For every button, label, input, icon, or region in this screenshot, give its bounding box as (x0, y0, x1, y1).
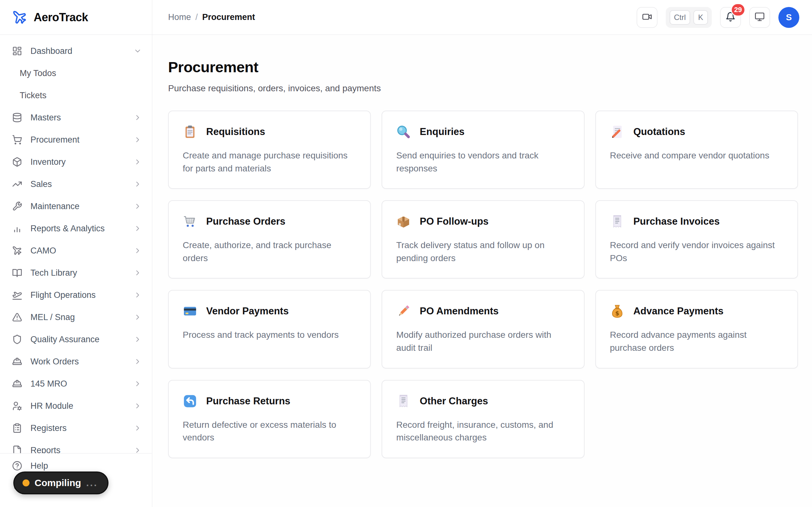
card-description: Send enquiries to vendors and track resp… (396, 149, 570, 175)
hard-hat-icon (12, 379, 22, 389)
alert-triangle-icon (12, 312, 22, 322)
trending-up-icon (12, 179, 22, 189)
shopping-cart-icon (12, 135, 22, 145)
card-description: Track delivery status and follow up on p… (396, 239, 570, 265)
card-requisitions[interactable]: Requisitions Create and manage purchase … (168, 111, 371, 189)
card-title: Quotations (633, 126, 686, 137)
card-other-charges[interactable]: Other Charges Record freight, insurance,… (382, 380, 584, 458)
shield-icon (12, 334, 22, 344)
card-description: Modify authorized purchase orders with a… (396, 329, 570, 354)
compiling-toast: Compiling ... (13, 471, 108, 494)
card-purchase-invoices[interactable]: Purchase Invoices Record and verify vend… (595, 200, 798, 279)
main-area: Home / Procurement Ctrl K 29 (152, 0, 812, 507)
card-purchase-orders[interactable]: Purchase Orders Create, authorize, and t… (168, 200, 371, 279)
card-title: Purchase Invoices (633, 216, 720, 227)
plane-takeoff-icon (12, 290, 22, 300)
card-description: Record and verify vendor invoices agains… (610, 239, 783, 265)
sidebar-item-flight-operations[interactable]: Flight Operations (0, 284, 152, 306)
card-po-follow-ups[interactable]: PO Follow-ups Track delivery status and … (382, 200, 584, 279)
chevron-right-icon (134, 158, 142, 166)
breadcrumb-home-link[interactable]: Home (168, 12, 191, 22)
database-icon (12, 112, 22, 123)
svg-text:$: $ (615, 310, 619, 317)
chevron-right-icon (134, 135, 142, 144)
card-title: Advance Payments (633, 305, 723, 317)
sidebar-item-tech-library[interactable]: Tech Library (0, 262, 152, 284)
chevron-right-icon (134, 291, 142, 299)
card-title: PO Follow-ups (420, 216, 489, 227)
card-vendor-payments[interactable]: Vendor Payments Process and track paymen… (168, 290, 371, 368)
chevron-right-icon (134, 180, 142, 188)
chevron-right-icon (134, 269, 142, 277)
sidebar-item-145-mro[interactable]: 145 MRO (0, 373, 152, 395)
sidebar-item-quality-assurance[interactable]: Quality Assurance (0, 328, 152, 350)
credit-card-icon (183, 304, 197, 319)
sidebar-item-hr-module[interactable]: HR Module (0, 395, 152, 417)
card-po-amendments[interactable]: PO Amendments Modify authorized purchase… (382, 290, 584, 368)
sidebar-item-procurement[interactable]: Procurement (0, 129, 152, 151)
sidebar-item-camo[interactable]: CAMO (0, 239, 152, 262)
card-enquiries[interactable]: Enquiries Send enquiries to vendors and … (382, 111, 584, 189)
chevron-right-icon (134, 357, 142, 366)
user-cog-icon (12, 401, 22, 411)
top-header: Home / Procurement Ctrl K 29 (152, 0, 812, 35)
plane-icon (12, 245, 22, 256)
brand-name: AeroTrack (34, 11, 88, 24)
notification-badge: 29 (731, 3, 745, 16)
sidebar-item-work-orders[interactable]: Work Orders (0, 350, 152, 373)
card-purchase-returns[interactable]: Purchase Returns Return defective or exc… (168, 380, 371, 458)
sidebar-item-my-todos[interactable]: My Todos (0, 62, 152, 84)
toast-status-text: Compiling (35, 477, 81, 488)
sidebar-item-dashboard[interactable]: Dashboard (0, 40, 152, 62)
card-quotations[interactable]: Quotations Receive and compare vendor qu… (595, 111, 798, 189)
user-avatar[interactable]: S (778, 7, 799, 28)
command-palette-shortcut[interactable]: Ctrl K (666, 7, 712, 28)
card-advance-payments[interactable]: $ Advance Payments Record advance paymen… (595, 290, 798, 368)
card-description: Record advance payments against purchase… (610, 329, 783, 354)
chevron-right-icon (134, 224, 142, 233)
chevron-right-icon (134, 202, 142, 210)
sidebar-item-registers[interactable]: Registers (0, 417, 152, 439)
sidebar-item-maintenance[interactable]: Maintenance (0, 195, 152, 217)
chevron-right-icon (134, 113, 142, 122)
breadcrumb-current: Procurement (202, 12, 255, 22)
pencil-icon (396, 304, 411, 319)
return-arrow-icon (183, 394, 197, 408)
sidebar-item-tickets[interactable]: Tickets (0, 84, 152, 107)
sidebar-item-masters[interactable]: Masters (0, 107, 152, 129)
notifications-button[interactable]: 29 (720, 7, 741, 28)
card-description: Receive and compare vendor quotations (610, 149, 783, 162)
chevron-right-icon (134, 402, 142, 410)
monitor-icon (755, 12, 765, 23)
screen-record-button[interactable] (637, 7, 658, 28)
card-description: Return defective or excess materials to … (183, 418, 356, 444)
breadcrumb-separator: / (195, 12, 198, 22)
display-button[interactable] (749, 7, 770, 28)
card-title: Enquiries (420, 126, 464, 137)
wrench-icon (12, 201, 22, 211)
help-circle-icon (12, 461, 22, 471)
brand-logo[interactable]: AeroTrack (0, 0, 152, 35)
chevron-right-icon (134, 313, 142, 321)
sidebar-item-mel-snag[interactable]: MEL / Snag (0, 306, 152, 328)
card-title: PO Amendments (420, 305, 499, 317)
app-window: AeroTrack Dashboard My Todos Tickets Mas… (0, 0, 812, 507)
sidebar-item-reports-analytics[interactable]: Reports & Analytics (0, 217, 152, 239)
card-description: Record freight, insurance, customs, and … (396, 418, 570, 444)
book-open-icon (12, 268, 22, 278)
sidebar-item-sales[interactable]: Sales (0, 173, 152, 195)
module-card-grid: Requisitions Create and manage purchase … (168, 111, 798, 458)
toast-ellipsis: ... (86, 477, 98, 488)
chevron-right-icon (134, 246, 142, 255)
package-box-icon (396, 214, 411, 229)
sidebar-item-inventory[interactable]: Inventory (0, 151, 152, 173)
card-title: Other Charges (420, 395, 488, 407)
breadcrumb: Home / Procurement (168, 12, 255, 22)
chevron-right-icon (134, 380, 142, 388)
money-bag-icon: $ (610, 304, 624, 319)
memo-icon (610, 124, 624, 139)
dashboard-grid-icon (12, 46, 22, 56)
k-keycap: K (693, 10, 708, 25)
page-content: Procurement Purchase requisitions, order… (152, 35, 812, 507)
bar-chart-icon (12, 223, 22, 233)
